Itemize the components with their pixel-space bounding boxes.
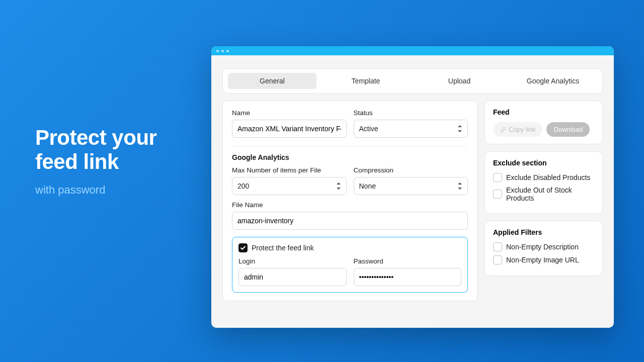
exclude-disabled-checkbox[interactable] <box>493 173 502 182</box>
protect-section: Protect the feed link Login Password <box>232 237 468 293</box>
password-label: Password <box>354 257 462 265</box>
tab-bar: General Template Upload Google Analytics <box>222 68 603 94</box>
file-name-input[interactable] <box>232 212 468 230</box>
tab-general[interactable]: General <box>228 73 316 89</box>
window-dot <box>216 50 219 52</box>
exclude-option-label: Exclude Disabled Products <box>506 173 590 182</box>
window-titlebar <box>211 46 614 55</box>
tab-template[interactable]: Template <box>321 73 410 89</box>
filter-description-checkbox[interactable] <box>493 242 502 251</box>
login-input[interactable] <box>238 268 347 286</box>
filters-panel: Applied Filters Non-Empty Description No… <box>485 221 603 276</box>
exclude-option-label: Exclude Out of Stock Products <box>506 186 594 202</box>
login-label: Login <box>238 257 347 265</box>
filter-image-url-checkbox[interactable] <box>493 255 502 264</box>
protect-label: Protect the feed link <box>252 244 314 252</box>
tab-upload[interactable]: Upload <box>415 73 504 89</box>
feed-title: Feed <box>493 108 594 116</box>
compression-label: Compression <box>354 166 468 174</box>
window-dot <box>226 50 229 52</box>
protect-checkbox[interactable] <box>238 243 248 252</box>
filters-title: Applied Filters <box>493 228 594 236</box>
exclude-oos-checkbox[interactable] <box>493 190 502 199</box>
chevron-updown-icon <box>457 125 462 132</box>
max-items-select[interactable]: 200 <box>232 177 347 195</box>
filter-option-label: Non-Empty Description <box>506 243 579 251</box>
chevron-updown-icon <box>336 183 341 190</box>
check-icon <box>240 245 246 251</box>
ga-heading: Google Analytics <box>232 153 468 161</box>
max-items-label: Max Number of items per File <box>232 166 347 174</box>
hero-text: Protect your feed link with password <box>35 126 156 197</box>
status-label: Status <box>354 109 468 117</box>
file-name-label: File Name <box>232 201 468 209</box>
hero-subtitle: with password <box>35 184 156 197</box>
download-button[interactable]: Download <box>546 122 590 137</box>
hero-title: Protect your feed link <box>35 126 156 174</box>
name-input[interactable] <box>232 120 347 138</box>
app-window: General Template Upload Google Analytics… <box>211 46 614 328</box>
chevron-updown-icon <box>457 183 462 190</box>
link-icon <box>500 127 506 133</box>
copy-link-button[interactable]: Copy link <box>493 122 542 137</box>
filter-option-label: Non-Empty Image URL <box>506 256 579 264</box>
window-dot <box>221 50 224 52</box>
tab-google-analytics[interactable]: Google Analytics <box>509 73 597 89</box>
compression-select[interactable]: None <box>354 177 468 195</box>
status-select[interactable]: Active <box>354 120 468 138</box>
name-label: Name <box>232 109 347 117</box>
password-input[interactable] <box>354 268 462 286</box>
feed-panel: Feed Copy link Download <box>485 101 603 144</box>
exclude-title: Exclude section <box>493 159 594 167</box>
general-card: Name Status Active <box>222 101 477 301</box>
exclude-panel: Exclude section Exclude Disabled Product… <box>485 151 603 214</box>
